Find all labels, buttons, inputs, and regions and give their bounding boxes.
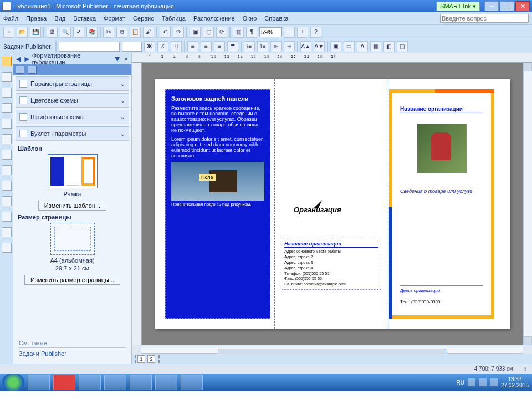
tp-section-color[interactable]: Цветовые схемы ⌄	[16, 93, 129, 108]
change-pagesize-button[interactable]: Изменить размер страницы...	[24, 275, 120, 285]
lang-indicator[interactable]: RU	[456, 380, 464, 386]
tp-dropdown-icon[interactable]: ▼	[114, 54, 121, 63]
shapes-tool-icon[interactable]	[2, 196, 12, 206]
pagesize-thumbnail[interactable]	[50, 223, 95, 255]
align-right-icon[interactable]: ≡	[214, 41, 225, 52]
font-shrink-icon[interactable]: A▼	[314, 41, 325, 52]
print-icon[interactable]: 🖶	[47, 27, 58, 38]
tray-flag-icon[interactable]	[468, 378, 475, 386]
table-tool-icon[interactable]	[2, 88, 12, 98]
close-button[interactable]: ✕	[515, 1, 530, 11]
line-color-icon[interactable]: ▭	[344, 41, 355, 52]
redo-icon[interactable]: ↷	[173, 27, 184, 38]
ask-question-input[interactable]	[440, 14, 529, 23]
help-icon[interactable]: ?	[310, 27, 321, 38]
tp-section-booklet[interactable]: Буклет · параметры ⌄	[16, 126, 129, 141]
back-panel-image[interactable]	[171, 162, 264, 201]
front-subtitle[interactable]: Сведения о товаре или услуге	[400, 188, 483, 194]
copy-icon[interactable]: ⧉	[116, 27, 127, 38]
align-center-icon[interactable]: ≡	[201, 41, 212, 52]
save-icon[interactable]: 💾	[30, 27, 41, 38]
seealso-link[interactable]: Задачи Publisher	[19, 350, 66, 357]
justify-icon[interactable]: ≣	[227, 41, 238, 52]
indent-dec-icon[interactable]: ⇤	[270, 41, 282, 52]
tp-section-font[interactable]: Шрифтовые схемы ⌄	[16, 110, 129, 124]
chars-icon[interactable]: ¶	[246, 27, 257, 38]
tp-web-icon[interactable]	[28, 66, 37, 74]
bold-icon[interactable]: Ж	[144, 41, 155, 52]
text-tool-icon[interactable]	[2, 72, 12, 82]
tp-home-icon[interactable]	[16, 66, 24, 74]
brochure-front-panel[interactable]: Название организации Сведения о товаре и…	[389, 89, 494, 319]
bookmark-tool-icon[interactable]	[2, 212, 12, 222]
page-1-button[interactable]: 1	[137, 355, 145, 363]
org-info-block[interactable]: Название организации Адрес основного мес…	[282, 238, 381, 290]
front-org-name[interactable]: Название организации	[400, 106, 483, 112]
change-template-button[interactable]: Изменить шаблон...	[38, 201, 106, 211]
smart-ink-button[interactable]: SMART Ink ▾	[436, 2, 480, 11]
front-phone[interactable]: Тел.: (555)555-5555	[400, 299, 440, 304]
menu-insert[interactable]: Вставка	[73, 15, 96, 22]
tp-close-icon[interactable]: ×	[122, 55, 130, 62]
indent-inc-icon[interactable]: ⇥	[284, 41, 295, 52]
taskbar-publisher[interactable]	[130, 375, 152, 390]
preview-icon[interactable]: 🔍	[60, 27, 71, 38]
oval-tool-icon[interactable]	[2, 165, 12, 175]
select-tool-icon[interactable]	[2, 57, 12, 66]
page-2-button[interactable]: 2	[147, 355, 155, 363]
arrow-tool-icon[interactable]	[2, 150, 12, 160]
tp-section-page-params[interactable]: Параметры страницы ⌄	[16, 76, 129, 91]
cut-icon[interactable]: ✂	[103, 27, 114, 38]
columns-icon[interactable]: ▥	[233, 27, 244, 38]
numbering-icon[interactable]: 1≡	[257, 41, 268, 52]
tray-volume-icon[interactable]	[490, 378, 498, 386]
font-combo[interactable]	[59, 42, 120, 52]
font-color-icon[interactable]: A	[357, 41, 368, 52]
zoom-in-icon[interactable]: +	[297, 27, 308, 38]
taskbar-ie[interactable]	[104, 375, 126, 390]
item-from-content-icon[interactable]	[2, 243, 12, 253]
menu-table[interactable]: Таблица	[162, 15, 186, 22]
fill-color-icon[interactable]: ▣	[330, 41, 341, 52]
menu-file[interactable]: Файл	[3, 15, 18, 22]
research-icon[interactable]: 📚	[86, 27, 98, 38]
start-button[interactable]	[2, 374, 24, 391]
italic-icon[interactable]: К	[157, 41, 168, 52]
paste-icon[interactable]: 📋	[130, 27, 141, 38]
open-icon[interactable]: 📂	[17, 27, 28, 38]
font-grow-icon[interactable]: A▲	[300, 41, 311, 52]
tp-fwd-icon[interactable]: ►	[23, 54, 31, 63]
ruler-vertical[interactable]	[132, 63, 142, 345]
menu-help[interactable]: Справка	[264, 15, 288, 22]
rect-tool-icon[interactable]	[2, 181, 12, 191]
rotate-icon[interactable]: ⟳	[216, 27, 227, 38]
ruler-horizontal[interactable]	[132, 53, 532, 63]
vertical-scrollbar[interactable]	[523, 63, 532, 345]
menu-edit[interactable]: Правка	[26, 15, 47, 22]
front-motto[interactable]: Девиз организации	[400, 285, 483, 293]
spell-icon[interactable]: ✔	[73, 27, 84, 38]
menu-window[interactable]: Окно	[243, 15, 257, 22]
brochure-middle-panel[interactable]: Организация Название организации Адрес о…	[277, 89, 382, 319]
picture-tool-icon[interactable]	[2, 119, 12, 129]
font-size-combo[interactable]	[122, 42, 142, 52]
menu-arrange[interactable]: Расположение	[193, 15, 235, 22]
line-tool-icon[interactable]	[2, 134, 12, 144]
menu-service[interactable]: Сервис	[133, 15, 154, 22]
template-thumbnail[interactable]	[48, 154, 98, 188]
design-gallery-icon[interactable]	[2, 227, 12, 237]
3d-icon[interactable]: ◳	[397, 41, 408, 52]
taskbar-opera[interactable]	[53, 375, 75, 390]
underline-icon[interactable]: Ч	[171, 41, 182, 52]
clock[interactable]: 13:37 27.02.2015	[501, 376, 529, 388]
back-icon[interactable]: ▢	[203, 27, 214, 38]
page-area[interactable]: Заголовок задней панели Разместите здесь…	[142, 63, 523, 345]
horizontal-scrollbar[interactable]	[132, 345, 532, 355]
new-icon[interactable]: ▫	[3, 27, 14, 38]
undo-icon[interactable]: ↶	[160, 27, 171, 38]
menu-view[interactable]: Вид	[54, 15, 65, 22]
tray-network-icon[interactable]	[479, 378, 487, 386]
front-photo[interactable]	[417, 124, 467, 173]
minimize-button[interactable]: ─	[484, 1, 499, 11]
publication-page[interactable]: Заголовок задней панели Разместите здесь…	[155, 79, 510, 329]
